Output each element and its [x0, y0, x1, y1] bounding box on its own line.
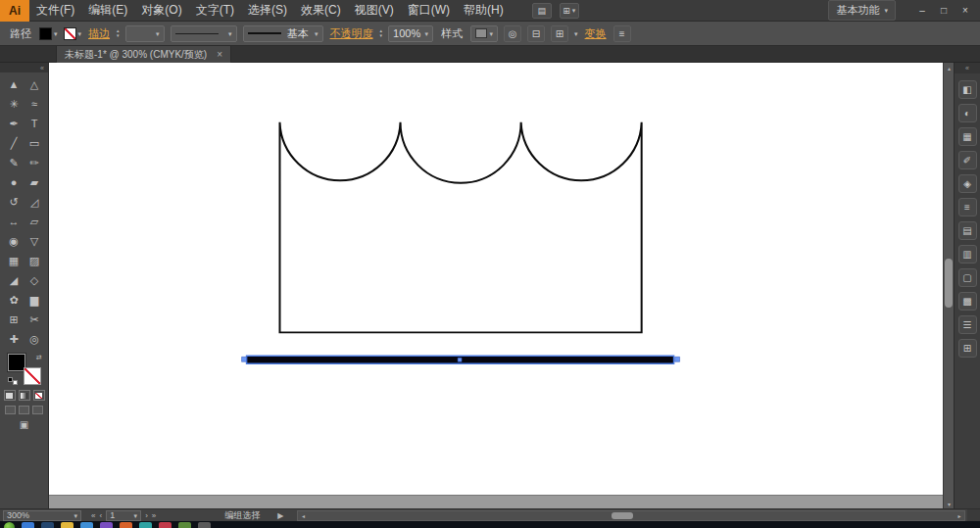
- taskbar-icon[interactable]: [22, 522, 34, 528]
- draw-inside-button[interactable]: [32, 406, 43, 414]
- shape-builder-tool[interactable]: ◉: [4, 231, 24, 251]
- status-menu-arrow[interactable]: ▶: [277, 511, 283, 520]
- blend-tool[interactable]: ◇: [24, 270, 45, 290]
- mesh-tool[interactable]: ▦: [4, 251, 24, 270]
- document-layout-icon[interactable]: ▤: [532, 3, 552, 19]
- taskbar-icon[interactable]: [80, 522, 93, 528]
- eyedropper-tool[interactable]: ◢: [4, 270, 24, 290]
- control-panel-menu-icon[interactable]: ≡: [613, 25, 631, 42]
- first-artboard-button[interactable]: «: [91, 511, 95, 520]
- menu-item[interactable]: 效果(C): [294, 0, 348, 22]
- close-button[interactable]: ×: [955, 3, 976, 19]
- none-button[interactable]: [33, 390, 45, 401]
- scale-tool[interactable]: ◿: [24, 192, 45, 212]
- menu-item[interactable]: 选择(S): [241, 0, 294, 22]
- free-transform-tool[interactable]: ▱: [24, 212, 45, 231]
- menu-item[interactable]: 视图(V): [348, 0, 401, 22]
- align-options-caret[interactable]: ▾: [574, 30, 578, 37]
- artboard[interactable]: [49, 63, 943, 496]
- rectangle-tool[interactable]: ▭: [24, 133, 45, 153]
- graphic-styles-panel-icon[interactable]: ▩: [958, 292, 977, 311]
- next-artboard-button[interactable]: ›: [145, 511, 148, 520]
- menu-item[interactable]: 窗口(W): [401, 0, 457, 22]
- rotate-tool[interactable]: ↺: [4, 192, 24, 212]
- restore-button[interactable]: □: [933, 3, 955, 19]
- blob-brush-tool[interactable]: ●: [4, 172, 24, 192]
- layers-panel-icon[interactable]: ☰: [958, 315, 977, 334]
- minimize-button[interactable]: –: [911, 3, 933, 19]
- paintbrush-tool[interactable]: ✎: [4, 153, 24, 172]
- direct-selection-tool[interactable]: △: [24, 74, 45, 94]
- pencil-tool[interactable]: ✏: [24, 153, 45, 172]
- taskbar-icon[interactable]: [159, 522, 172, 528]
- close-tab-icon[interactable]: ×: [217, 49, 222, 60]
- gradient-tool[interactable]: ▨: [24, 251, 45, 270]
- symbol-sprayer-tool[interactable]: ✿: [4, 290, 24, 310]
- zoom-tool[interactable]: ◎: [24, 329, 45, 349]
- gradient-panel-icon[interactable]: ▤: [958, 221, 977, 240]
- menu-item[interactable]: 帮助(H): [457, 0, 511, 22]
- draw-behind-button[interactable]: [19, 406, 29, 414]
- arrange-documents-icon[interactable]: ⊞ ▾: [560, 3, 579, 19]
- artboard-number-input[interactable]: 1 ▾: [106, 510, 141, 521]
- start-button[interactable]: [4, 522, 15, 528]
- opacity-select[interactable]: 100% ▾: [388, 25, 433, 42]
- distribute-icon[interactable]: ⊞: [551, 25, 568, 42]
- vertical-scrollbar[interactable]: ▴ ▾: [943, 63, 954, 508]
- brush-select[interactable]: 基本 ▾: [243, 25, 323, 42]
- scroll-right-icon[interactable]: ▸: [955, 511, 964, 520]
- menu-item[interactable]: 编辑(E): [81, 0, 134, 22]
- menu-item[interactable]: 文件(F): [29, 0, 81, 22]
- artboards-panel-icon[interactable]: ⊞: [958, 339, 977, 358]
- transform-panel-link[interactable]: 变换: [584, 26, 608, 41]
- type-tool[interactable]: T: [24, 114, 45, 133]
- stroke-swatch-large[interactable]: [24, 367, 41, 385]
- default-fill-stroke-icon[interactable]: [8, 377, 18, 385]
- menu-item[interactable]: 对象(O): [134, 0, 188, 22]
- selection-tool[interactable]: ▲: [4, 74, 24, 94]
- brushes-panel-icon[interactable]: ✐: [958, 151, 977, 169]
- perspective-grid-tool[interactable]: ▽: [24, 231, 45, 251]
- recolor-artwork-icon[interactable]: ◎: [504, 25, 521, 42]
- stroke-color-control[interactable]: ▾: [64, 27, 82, 40]
- horizontal-scrollbar[interactable]: ◂ ▸: [297, 510, 965, 521]
- swap-fill-stroke-icon[interactable]: ⇄: [36, 354, 42, 360]
- taskbar-icon[interactable]: [198, 522, 211, 528]
- last-artboard-button[interactable]: »: [152, 511, 156, 520]
- prev-artboard-button[interactable]: ‹: [99, 511, 102, 520]
- workspace-switcher[interactable]: 基本功能 ▾: [828, 0, 896, 21]
- gradient-button[interactable]: [19, 390, 30, 401]
- color-guide-panel-icon[interactable]: ◐: [958, 104, 977, 122]
- taskbar-icon[interactable]: [120, 522, 132, 528]
- line-segment-tool[interactable]: ╱: [4, 133, 24, 153]
- magic-wand-tool[interactable]: ✳: [4, 94, 24, 114]
- width-tool[interactable]: ↔: [4, 212, 24, 231]
- fill-color-control[interactable]: ▾: [39, 27, 58, 40]
- stroke-panel-icon[interactable]: ≡: [958, 198, 977, 216]
- stroke-weight-select[interactable]: ▾: [125, 25, 165, 42]
- fill-stroke-control[interactable]: ⇄: [8, 354, 41, 385]
- stroke-weight-stepper[interactable]: ▴ ▾: [117, 28, 120, 38]
- taskbar-icon[interactable]: [41, 522, 54, 528]
- dock-expand-button[interactable]: «: [955, 63, 980, 73]
- taskbar-icon[interactable]: [61, 522, 74, 528]
- artboard-tool[interactable]: ⊞: [4, 310, 24, 329]
- slice-tool[interactable]: ✂: [24, 310, 45, 329]
- taskbar-icon[interactable]: [100, 522, 113, 528]
- draw-normal-button[interactable]: [5, 406, 16, 414]
- eraser-tool[interactable]: ▰: [24, 172, 45, 192]
- screen-mode-button[interactable]: ▣: [0, 419, 48, 430]
- appearance-panel-icon[interactable]: ▢: [958, 268, 977, 287]
- lasso-tool[interactable]: ≈: [24, 94, 45, 114]
- scroll-left-icon[interactable]: ◂: [298, 511, 308, 520]
- opacity-stepper[interactable]: ▴ ▾: [380, 28, 383, 38]
- stroke-panel-link[interactable]: 描边: [87, 26, 111, 41]
- color-button[interactable]: [4, 390, 16, 401]
- document-canvas[interactable]: ▴ ▾: [49, 63, 954, 508]
- menu-item[interactable]: 文字(T): [189, 0, 241, 22]
- swatches-panel-icon[interactable]: ▦: [958, 127, 977, 146]
- style-swatch-select[interactable]: ▾: [470, 25, 498, 42]
- taskbar-icon[interactable]: [139, 522, 152, 528]
- horizontal-scroll-thumb[interactable]: [612, 512, 633, 519]
- color-panel-icon[interactable]: ◧: [958, 80, 977, 99]
